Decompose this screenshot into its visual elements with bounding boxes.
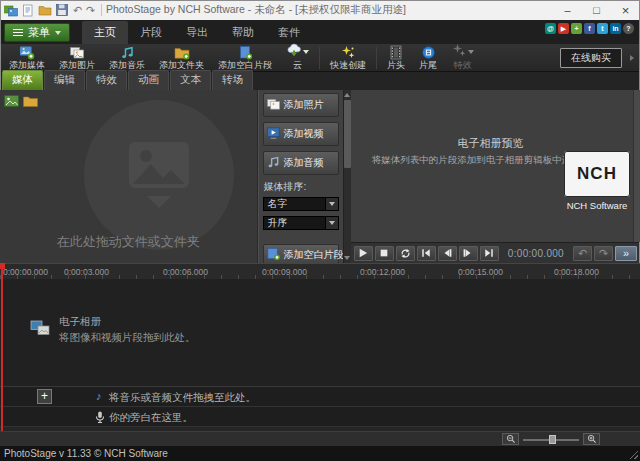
timeline-zoom-slider[interactable] (523, 435, 579, 444)
tab-clips[interactable]: 片段 (128, 21, 174, 44)
resize-grip[interactable] (628, 449, 638, 459)
media-folder-yellow-icon[interactable] (23, 93, 38, 111)
playhead[interactable] (1, 263, 3, 431)
ruler-label: 0:00:03.000 (64, 267, 109, 277)
ruler-label: 0:00:18.000 (554, 267, 599, 277)
video-icon (266, 126, 281, 142)
sort-by-value: 名字 (264, 198, 325, 210)
play-button[interactable] (354, 246, 373, 261)
toolbar-overflow-chevron[interactable] (630, 55, 634, 61)
zoom-out-button[interactable] (502, 433, 519, 445)
credits-button[interactable]: 片尾 (412, 44, 444, 72)
media-actions-scrollbar[interactable] (343, 90, 351, 263)
window-title: PhotoStage by NCH Software - 未命名 - [未授权仅… (106, 3, 553, 17)
panel-tab-media[interactable]: 媒体 (2, 70, 43, 90)
help-icon[interactable]: ? (623, 23, 634, 34)
add-blank-slide-button-2[interactable]: 添加空白片段 (263, 244, 339, 263)
zoom-in-button[interactable] (583, 433, 600, 445)
slider-thumb[interactable] (549, 435, 556, 444)
add-audio-track-button[interactable]: + (37, 389, 52, 404)
effects-button[interactable]: 特效 (444, 44, 481, 72)
intro-button[interactable]: 片头 (380, 44, 412, 72)
timeline-zoom-bar (0, 431, 640, 446)
add-video-button[interactable]: 添加视频 (263, 122, 339, 146)
quick-create-button[interactable]: 快速创建 (323, 44, 373, 72)
add-audio-button[interactable]: 添加音频 (263, 151, 339, 175)
main-area: 在此处拖动文件或文件夹 添加照片 添加视频 添加音频 媒体排 (0, 90, 640, 263)
preview-panel: 电子相册预览 将媒体列表中的片段添加到电子相册剪辑板中进行预览。 NCH NCH… (351, 90, 640, 263)
minimize-button[interactable]: – (553, 0, 582, 20)
chevron-down-icon (325, 198, 338, 210)
redo-button[interactable]: ↷ (594, 246, 613, 261)
slideshow-track-title: 电子相册 (59, 315, 196, 329)
go-to-start-button[interactable] (417, 246, 436, 261)
go-to-end-button[interactable] (480, 246, 499, 261)
previous-frame-button[interactable] (438, 246, 457, 261)
ruler-label: 0:00:15.000 (458, 267, 503, 277)
add-photos-icon (69, 45, 85, 60)
add-blank-slide-label: 添加空白片段 (218, 60, 272, 71)
add-blank-slide-button[interactable]: 添加空白片段 (211, 44, 279, 72)
intro-label: 片头 (387, 60, 405, 71)
add-folder-label: 添加文件夹 (159, 60, 204, 71)
tab-export[interactable]: 导出 (174, 21, 220, 44)
narration-track[interactable]: 你的旁白在这里。 (0, 407, 640, 427)
panel-tab-animation[interactable]: 动画 (128, 70, 169, 90)
next-frame-button[interactable] (459, 246, 478, 261)
nch-logo-mark: NCH (564, 151, 630, 197)
scroll-down-icon[interactable] (344, 256, 350, 260)
cloud-label: 云 (293, 60, 302, 71)
stop-button[interactable] (375, 246, 394, 261)
add-music-label: 添加音乐 (109, 60, 145, 71)
titlebar: ↶ ↷ PhotoStage by NCH Software - 未命名 - [… (0, 0, 640, 20)
cloud-button[interactable]: 云 (279, 44, 316, 72)
add-photo-button[interactable]: 添加照片 (263, 93, 339, 117)
preview-scrollbar[interactable] (633, 90, 640, 242)
add-music-button[interactable]: 添加音乐 (102, 44, 152, 72)
sort-by-dropdown[interactable]: 名字 (263, 197, 339, 211)
status-text: PhotoStage v 11.33 © NCH Software (4, 448, 168, 459)
maximize-button[interactable]: □ (582, 0, 611, 20)
timeline-ruler[interactable]: 0:00:00.000 0:00:03.000 0:00:06.000 0:00… (0, 263, 640, 279)
audio-track[interactable]: + ♪ 将音乐或音频文件拖拽至此处。 (0, 387, 640, 407)
tab-help[interactable]: 帮助 (220, 21, 266, 44)
sort-order-dropdown[interactable]: 升序 (263, 216, 339, 230)
googleplus-icon[interactable]: + (571, 23, 582, 34)
panel-tab-text[interactable]: 文本 (170, 70, 211, 90)
linkedin-icon[interactable]: in (610, 23, 621, 34)
panel-tab-edit[interactable]: 编辑 (44, 70, 85, 90)
open-project-icon[interactable] (37, 3, 52, 18)
new-project-icon[interactable] (20, 3, 35, 18)
loop-button[interactable] (396, 246, 415, 261)
save-project-icon[interactable] (54, 3, 69, 18)
redo-icon[interactable]: ↷ (84, 3, 97, 18)
panel-tab-effects[interactable]: 特效 (86, 70, 127, 90)
media-folder-green-icon[interactable] (4, 93, 19, 111)
preview-title: 电子相册预览 (351, 136, 630, 151)
tab-suite[interactable]: 套件 (266, 21, 312, 44)
email-icon[interactable]: @ (545, 23, 556, 34)
add-media-button[interactable]: 添加媒体 (2, 44, 52, 72)
youtube-icon[interactable]: ▶ (558, 23, 569, 34)
ribbon-tab-bar: 菜单 主页 片段 导出 帮助 套件 @ ▶ + f t in ? (0, 20, 640, 44)
playhead-handle[interactable] (0, 263, 5, 269)
buy-online-button[interactable]: 在线购买 (560, 48, 622, 68)
facebook-icon[interactable]: f (584, 23, 595, 34)
scrollbar-thumb[interactable] (344, 100, 351, 168)
scroll-up-icon[interactable] (344, 93, 350, 97)
undo-icon[interactable]: ↶ (71, 3, 84, 18)
music-note-icon: ♪ (96, 390, 102, 402)
media-actions-panel: 添加照片 添加视频 添加音频 媒体排序: 名字 升序 (258, 90, 343, 263)
menu-button[interactable]: 菜单 (4, 23, 70, 42)
twitter-icon[interactable]: t (597, 23, 608, 34)
close-button[interactable]: × (611, 0, 640, 20)
panel-tab-transitions[interactable]: 转场 (212, 70, 253, 90)
tab-home[interactable]: 主页 (82, 21, 128, 44)
add-folder-button[interactable]: 添加文件夹 (152, 44, 211, 72)
add-photos-button[interactable]: 添加图片 (52, 44, 102, 72)
slideshow-track[interactable]: 电子相册 将图像和视频片段拖到此处。 (0, 279, 640, 387)
detach-preview-button[interactable]: » (615, 246, 637, 261)
drop-hint-text: 在此处拖动文件或文件夹 (0, 233, 257, 251)
media-list-panel[interactable]: 在此处拖动文件或文件夹 (0, 90, 258, 263)
undo-button[interactable]: ↶ (573, 246, 592, 261)
